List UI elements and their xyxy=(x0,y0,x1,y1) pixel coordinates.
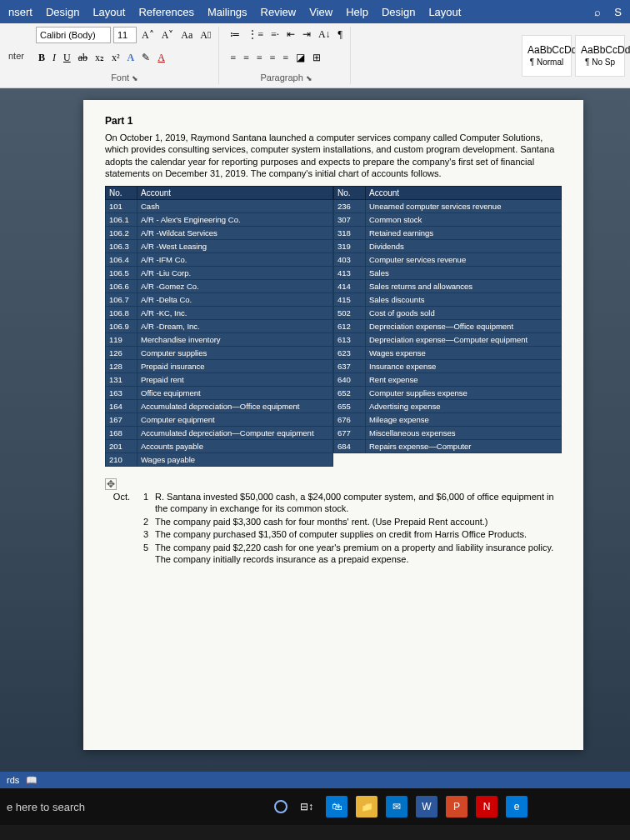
highlight-button[interactable]: ✎ xyxy=(139,50,152,66)
acct-name: Computer supplies xyxy=(138,347,333,360)
justify-button[interactable]: ≡ xyxy=(268,50,278,66)
edge-icon[interactable]: e xyxy=(506,796,528,818)
bullets-button[interactable]: ≔ xyxy=(228,27,242,42)
cortana-icon[interactable] xyxy=(274,800,288,813)
acct-name: Wages expense xyxy=(366,347,562,360)
table-row: 119Merchandise inventory xyxy=(106,333,333,347)
coa-left-table: No.Account 101Cash106.1A/R - Alex's Engi… xyxy=(105,186,333,467)
borders-button[interactable]: ⊞ xyxy=(310,50,323,66)
n-app-icon[interactable]: N xyxy=(476,796,498,818)
table-row: 106.8A/R -KC, Inc. xyxy=(106,307,333,320)
show-marks-button[interactable]: ¶ xyxy=(336,27,345,42)
tab-insert[interactable]: nsert xyxy=(8,6,32,18)
table-move-handle-icon[interactable]: ✥ xyxy=(105,478,117,490)
multilevel-button[interactable]: ≡· xyxy=(268,27,282,42)
ribbon: nter Calibri (Body) 11 A˄ A˅ Aa A⃠ B I U… xyxy=(0,23,630,88)
strike-button[interactable]: ab xyxy=(76,50,90,66)
acct-name: Repairs expense—Computer xyxy=(366,440,562,453)
font-group: Calibri (Body) 11 A˄ A˅ Aa A⃠ B I U ab x… xyxy=(31,27,219,84)
style-no-spacing[interactable]: AaBbCcDd ¶ No Sp xyxy=(575,35,625,77)
clear-format-button[interactable]: A⃠ xyxy=(198,28,213,43)
acct-no: 168 xyxy=(106,427,138,440)
acct-no: 106.8 xyxy=(106,307,138,320)
mail-icon[interactable]: ✉ xyxy=(386,796,408,818)
tab-review[interactable]: Review xyxy=(261,6,297,18)
journal-entry: 2The company paid $3,300 cash for four m… xyxy=(138,517,562,528)
header-account: Account xyxy=(366,187,562,200)
font-dialog-launcher[interactable]: ⬊ xyxy=(132,74,138,82)
text-effects-button[interactable]: A xyxy=(125,50,138,66)
word-count[interactable]: rds xyxy=(7,775,19,785)
acct-no: 126 xyxy=(106,347,138,360)
acct-no: 128 xyxy=(106,360,138,373)
tab-mailings[interactable]: Mailings xyxy=(208,6,248,18)
sort-button[interactable]: A↓ xyxy=(316,27,333,42)
tab-view[interactable]: View xyxy=(309,6,332,18)
header-account: Account xyxy=(138,187,333,200)
table-row: 101Cash xyxy=(106,200,333,213)
style-normal[interactable]: AaBbCcDd ¶ Normal xyxy=(522,35,572,77)
grow-font-button[interactable]: A˄ xyxy=(139,28,157,43)
acct-name: Accounts payable xyxy=(138,440,333,453)
acct-no: 167 xyxy=(106,413,138,427)
tab-tabletools-layout[interactable]: Layout xyxy=(428,6,461,18)
shrink-font-button[interactable]: A˅ xyxy=(159,28,177,43)
store-icon[interactable]: 🛍 xyxy=(326,796,348,818)
numbering-button[interactable]: ⋮≡ xyxy=(245,27,266,42)
table-row: 106.2A/R -Wildcat Services xyxy=(106,227,333,240)
entry-text: The company purchased $1,350 of computer… xyxy=(155,529,562,541)
align-left-button[interactable]: ≡ xyxy=(228,50,238,66)
page[interactable]: Part 1 On October 1, 2019, Raymond Santa… xyxy=(83,100,583,750)
align-right-button[interactable]: ≡ xyxy=(254,50,265,66)
font-group-label: Font xyxy=(111,72,129,82)
acct-no: 415 xyxy=(334,293,366,307)
shading-button[interactable]: ◪ xyxy=(293,50,308,66)
bold-button[interactable]: B xyxy=(36,50,48,66)
table-row: 106.7A/R -Delta Co. xyxy=(106,293,333,307)
align-center-button[interactable]: ≡ xyxy=(241,50,252,66)
superscript-button[interactable]: x² xyxy=(109,50,122,66)
subscript-button[interactable]: x₂ xyxy=(92,50,107,66)
style-sample: AaBbCcDd xyxy=(581,44,619,56)
style-sample: AaBbCcDd xyxy=(528,44,566,56)
tab-layout[interactable]: Layout xyxy=(92,6,125,18)
task-view-icon[interactable]: ⊟↕ xyxy=(296,796,318,818)
acct-name: Unearned computer services revenue xyxy=(366,200,562,213)
increase-indent-button[interactable]: ⇥ xyxy=(300,27,313,42)
font-color-button[interactable]: A xyxy=(155,50,168,66)
acct-no: 677 xyxy=(334,427,366,440)
font-name-select[interactable]: Calibri (Body) xyxy=(36,27,111,43)
tab-references[interactable]: References xyxy=(138,6,193,18)
search-icon[interactable]: ⌕ xyxy=(594,6,601,18)
acct-name: A/R -IFM Co. xyxy=(138,253,333,267)
tab-help[interactable]: Help xyxy=(346,6,368,18)
acct-no: 623 xyxy=(334,347,366,360)
change-case-button[interactable]: Aa xyxy=(178,28,195,43)
acct-name: Dividends xyxy=(366,240,562,253)
line-spacing-button[interactable]: ≡ xyxy=(281,50,292,66)
table-row: 163Office equipment xyxy=(106,387,333,400)
reading-view-icon[interactable]: 📖 xyxy=(26,775,38,786)
entry-text: R. Santana invested $50,000 cash, a $24,… xyxy=(155,492,562,515)
document-area[interactable]: Part 1 On October 1, 2019, Raymond Santa… xyxy=(0,88,630,772)
decrease-indent-button[interactable]: ⇤ xyxy=(284,27,298,42)
entry-day: 1 xyxy=(138,492,148,515)
acct-no: 119 xyxy=(106,333,138,347)
underline-button[interactable]: U xyxy=(61,50,73,66)
taskbar-search[interactable]: e here to search xyxy=(7,801,173,813)
file-explorer-icon[interactable]: 📁 xyxy=(356,796,378,818)
tab-tabletools-design[interactable]: Design xyxy=(382,6,415,18)
acct-name: Accumulated depreciation—Computer equipm… xyxy=(138,427,333,440)
table-row: 128Prepaid insurance xyxy=(106,360,333,373)
powerpoint-icon[interactable]: P xyxy=(446,796,468,818)
font-size-select[interactable]: 11 xyxy=(113,27,137,43)
table-row: 106.3A/R -West Leasing xyxy=(106,240,333,253)
table-row: 307Common stock xyxy=(334,213,562,227)
acct-no: 101 xyxy=(106,200,138,213)
acct-no: 236 xyxy=(334,200,366,213)
acct-name: Wages payable xyxy=(138,453,333,467)
tab-design[interactable]: Design xyxy=(46,6,79,18)
italic-button[interactable]: I xyxy=(50,50,58,66)
word-icon[interactable]: W xyxy=(416,796,438,818)
paragraph-dialog-launcher[interactable]: ⬊ xyxy=(306,74,312,82)
